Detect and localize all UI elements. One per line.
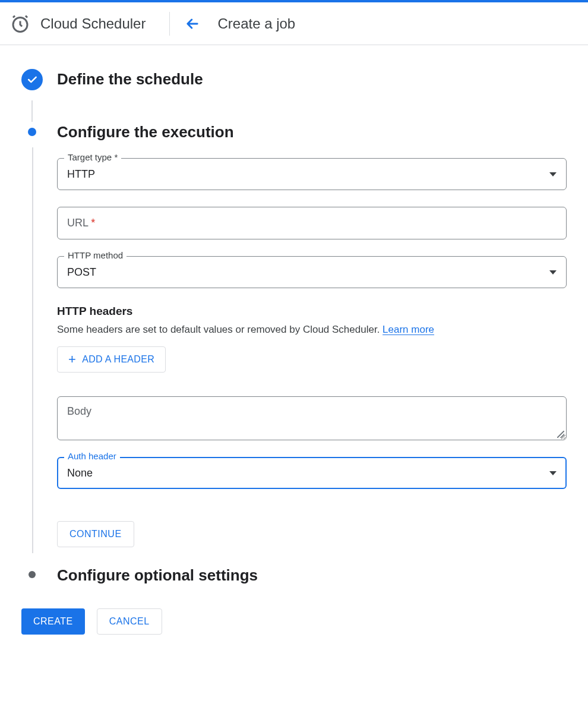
- http-headers-heading: HTTP headers: [57, 305, 567, 318]
- active-dot-icon: [28, 128, 36, 136]
- chevron-down-icon: [549, 172, 557, 176]
- scheduler-clock-icon: [10, 13, 31, 34]
- url-field[interactable]: URL *: [57, 207, 567, 239]
- execution-form: Target type * HTTP URL * HTTP method POS…: [21, 153, 567, 559]
- header-divider: [169, 12, 170, 36]
- header-breadcrumb: Create a job: [184, 15, 295, 32]
- step-configure-execution: Configure the execution: [21, 122, 567, 153]
- continue-button[interactable]: CONTINUE: [57, 521, 134, 547]
- page-header: Cloud Scheduler Create a job: [0, 2, 588, 45]
- product-title: Cloud Scheduler: [40, 15, 146, 32]
- target-type-label: Target type *: [64, 152, 121, 162]
- step-indicator-active: [21, 122, 43, 136]
- plus-icon: +: [68, 353, 76, 366]
- step-optional-settings[interactable]: Configure optional settings: [21, 565, 567, 597]
- auth-header-field[interactable]: Auth header None: [57, 457, 567, 489]
- step-title-optional: Configure optional settings: [57, 565, 567, 585]
- step-title-define: Define the schedule: [57, 69, 567, 89]
- http-headers-desc: Some headers are set to default values o…: [57, 324, 567, 336]
- body-placeholder: Body: [67, 405, 91, 417]
- http-method-field[interactable]: HTTP method POST: [57, 256, 567, 288]
- chevron-down-icon: [549, 471, 557, 475]
- step-title-execution: Configure the execution: [57, 122, 567, 141]
- step-indicator-completed: [21, 69, 43, 90]
- pending-dot-icon: [29, 571, 36, 578]
- body-textarea[interactable]: Body: [57, 396, 567, 440]
- page-title: Create a job: [217, 15, 295, 32]
- target-type-field[interactable]: Target type * HTTP: [57, 158, 567, 190]
- create-button[interactable]: CREATE: [21, 608, 85, 635]
- auth-header-label: Auth header: [64, 451, 120, 461]
- back-arrow-icon[interactable]: [184, 15, 201, 32]
- header-product: Cloud Scheduler: [10, 13, 169, 34]
- learn-more-link[interactable]: Learn more: [382, 324, 434, 335]
- cancel-button[interactable]: CANCEL: [97, 608, 162, 635]
- chevron-down-icon: [549, 270, 557, 275]
- footer-actions: CREATE CANCEL: [21, 608, 567, 635]
- auth-header-value: None: [67, 467, 93, 479]
- step-define-schedule[interactable]: Define the schedule: [21, 69, 567, 100]
- target-type-value: HTTP: [67, 168, 95, 181]
- main-content: Define the schedule Configure the execut…: [0, 45, 588, 658]
- http-method-label: HTTP method: [64, 250, 127, 260]
- step-connector: [31, 100, 33, 122]
- checkmark-icon: [21, 69, 43, 90]
- url-label: URL *: [67, 217, 95, 229]
- step-indicator-pending: [21, 565, 43, 578]
- http-method-value: POST: [67, 266, 96, 279]
- add-header-button[interactable]: + ADD A HEADER: [57, 346, 166, 373]
